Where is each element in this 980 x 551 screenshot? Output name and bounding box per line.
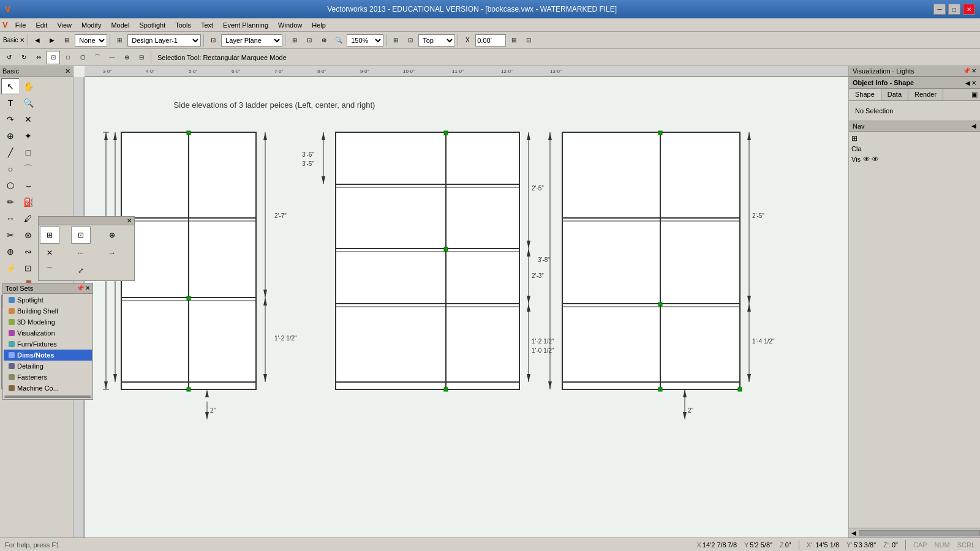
snap-center-btn[interactable]: ⊕ (102, 227, 122, 244)
tab-toggle[interactable]: ▣ (969, 89, 980, 100)
pencil-tool[interactable]: ✏ (1, 194, 20, 210)
mode-rect[interactable]: □ (61, 51, 75, 64)
mode-poly[interactable]: ⬡ (76, 51, 89, 64)
minimize-button[interactable]: ─ (933, 4, 946, 15)
toolsets-resize-handle[interactable] (4, 395, 91, 398)
mode-dash[interactable]: --- (105, 51, 119, 64)
center-handle3[interactable] (444, 388, 448, 391)
arc-tool[interactable]: ⌒ (19, 161, 37, 177)
x-coord-input[interactable] (475, 34, 506, 47)
drawing-canvas[interactable]: Side elevations of 3 ladder peices (Left… (85, 77, 848, 538)
move-tool[interactable]: ✦ (19, 128, 37, 144)
select-tool[interactable]: ↖ (1, 78, 20, 94)
view-options3[interactable]: ⊕ (317, 34, 331, 47)
view-options2[interactable]: ⊡ (303, 34, 316, 47)
custom1[interactable]: ⊡ (19, 260, 37, 276)
nav-pin[interactable]: ◀ (971, 122, 976, 130)
obj-info-close[interactable]: ✕ (971, 80, 976, 86)
layer-select[interactable]: Design Layer-1 (127, 34, 201, 47)
circle-tool[interactable]: ○ (1, 161, 20, 177)
close-button[interactable]: ✕ (963, 4, 975, 15)
render-settings[interactable]: ⊡ (522, 34, 535, 47)
toolsets-pin[interactable]: 📌 (77, 285, 84, 292)
scissors-tool[interactable]: ✂ (1, 227, 20, 243)
reshape-tool[interactable]: ⊛ (19, 227, 37, 243)
basic-close[interactable]: ✕ (65, 67, 70, 75)
toolset-spotlight[interactable]: Spotlight (4, 294, 92, 305)
view-select[interactable]: Top (418, 34, 455, 47)
snap-settings[interactable]: ⊞ (507, 34, 521, 47)
forward-button[interactable]: ▶ (45, 34, 59, 47)
mirror-tool[interactable]: ⊕ (1, 128, 20, 144)
rotate-tool[interactable]: ↷ (1, 111, 20, 127)
toolset-visualization[interactable]: Visualization (4, 328, 92, 339)
plane-select[interactable]: Layer Plane (221, 34, 282, 47)
none-select[interactable]: None (75, 34, 107, 47)
text-tool[interactable]: T (1, 95, 20, 111)
snap-dots-btn[interactable]: ··· (71, 244, 91, 261)
rect-tool[interactable]: □ (19, 144, 37, 160)
toolset-machine-co[interactable]: Machine Co... (4, 383, 92, 394)
snap-close[interactable]: ✕ (127, 217, 132, 224)
menu-text[interactable]: Text (196, 20, 218, 30)
menu-edit[interactable]: Edit (31, 20, 52, 30)
menu-tools[interactable]: Tools (170, 20, 196, 30)
left-handle1[interactable] (187, 131, 190, 135)
menu-modify[interactable]: Modify (77, 20, 106, 30)
toolset-furn-fixtures[interactable]: Furn/Fixtures (4, 339, 92, 350)
toolset-fasteners[interactable]: Fasteners (4, 372, 92, 383)
nav-eye-btn1[interactable]: 👁 (863, 155, 870, 163)
center-handle2[interactable] (444, 247, 448, 251)
tab-render[interactable]: Render (908, 89, 943, 100)
magic-wand[interactable]: ⚡ (1, 260, 20, 276)
deform-tool[interactable]: ∾ (19, 244, 37, 260)
right-handle2[interactable] (658, 302, 662, 306)
toolset-dims-notes[interactable]: Dims/Notes (4, 350, 92, 361)
nav-eye-btn2[interactable]: 👁 (872, 155, 879, 163)
right-handle3[interactable] (658, 388, 662, 391)
toolset-building-shell[interactable]: Building Shell (4, 305, 92, 317)
menu-spotlight[interactable]: Spotlight (134, 20, 170, 30)
mode-mirror[interactable]: ⇔ (32, 51, 45, 64)
zoom-select[interactable]: 150% (347, 34, 383, 47)
tab-shape[interactable]: Shape (849, 89, 881, 100)
eyedrop-tool[interactable]: 🖊 (19, 211, 37, 227)
viz-pin[interactable]: 📌 (963, 67, 970, 75)
tab-data[interactable]: Data (881, 89, 908, 100)
poly-tool[interactable]: ⬡ (1, 178, 20, 193)
scale-tool[interactable]: ✕ (19, 111, 37, 127)
obj-info-expand[interactable]: ◀ (965, 80, 970, 86)
line-tool[interactable]: ╱ (1, 144, 20, 160)
layer-options[interactable]: ⊞ (113, 34, 126, 47)
menu-help[interactable]: Help (307, 20, 331, 30)
viz-close[interactable]: ✕ (971, 67, 976, 75)
toolsets-close[interactable]: ✕ (85, 285, 90, 292)
mode-sub[interactable]: ⊟ (135, 51, 148, 64)
scroll-track[interactable] (859, 530, 980, 536)
resource-browser[interactable]: ⊞ (60, 34, 74, 47)
center-handle1[interactable] (444, 131, 448, 135)
nav-layers-btn[interactable]: ⊞ (851, 134, 858, 143)
zoom-out[interactable]: 🔍 (332, 34, 345, 47)
canvas-area[interactable]: 3-0" 4-0" 5-0" 6-0" 7-0" 8-0" 9-0" 10-0"… (74, 66, 848, 538)
menu-event-planning[interactable]: Event Planning (218, 20, 273, 30)
scroll-left[interactable]: ◀ (849, 530, 859, 536)
right-handle4[interactable] (738, 388, 742, 391)
bucket-tool[interactable]: ⛽ (19, 194, 37, 210)
mode-lasso[interactable]: ⌒ (91, 51, 104, 64)
left-handle2[interactable] (187, 296, 190, 300)
bezier-tool[interactable]: ⌣ (19, 178, 37, 193)
snap-cross-btn[interactable]: ✕ (40, 244, 59, 261)
snap-angle-btn[interactable]: → (102, 244, 122, 261)
view-type2[interactable]: ⊡ (404, 34, 417, 47)
right-handle1[interactable] (658, 131, 662, 135)
eye-tool[interactable]: 🔍 (19, 95, 37, 111)
maximize-button[interactable]: □ (948, 4, 960, 15)
mode-options[interactable]: ⊕ (120, 51, 134, 64)
pan-tool[interactable]: ✋ (19, 78, 37, 94)
view-type1[interactable]: ⊞ (389, 34, 402, 47)
compose-tool[interactable]: ⊕ (1, 244, 20, 260)
snap-grid-btn[interactable]: ⊞ (40, 227, 59, 244)
mode-marquee[interactable]: ⊡ (47, 51, 60, 64)
plane-options[interactable]: ⊡ (206, 34, 220, 47)
